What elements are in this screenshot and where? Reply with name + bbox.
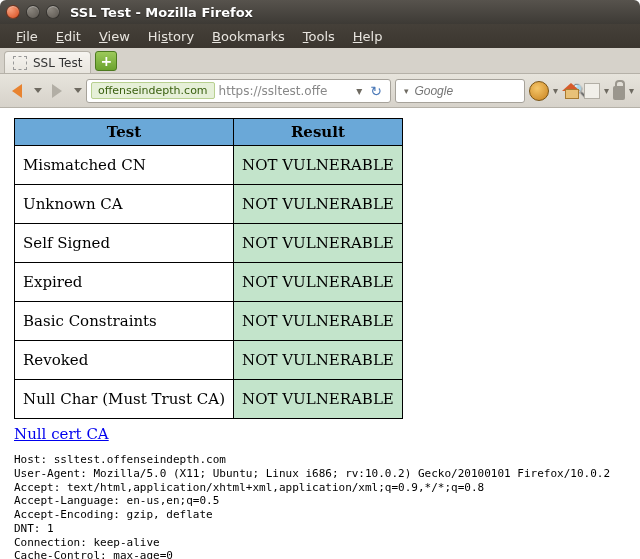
tab-strip: SSL Test + — [0, 48, 640, 74]
back-history-dropdown[interactable] — [34, 88, 42, 93]
cell-result: NOT VULNERABLE — [234, 146, 403, 185]
cell-test: Null Char (Must Trust CA) — [15, 380, 234, 419]
lock-icon[interactable] — [613, 86, 625, 100]
cell-result: NOT VULNERABLE — [234, 185, 403, 224]
cell-test: Basic Constraints — [15, 302, 234, 341]
table-row: Unknown CANOT VULNERABLE — [15, 185, 403, 224]
menu-edit[interactable]: Edit — [48, 27, 89, 46]
table-row: RevokedNOT VULNERABLE — [15, 341, 403, 380]
window-minimize-button[interactable] — [26, 5, 40, 19]
cell-result: NOT VULNERABLE — [234, 341, 403, 380]
arrow-right-icon — [52, 84, 62, 98]
table-row: Null Char (Must Trust CA)NOT VULNERABLE — [15, 380, 403, 419]
url-text: https://ssltest.offe — [219, 84, 353, 98]
new-tab-button[interactable]: + — [95, 51, 117, 71]
tab-ssl-test[interactable]: SSL Test — [4, 51, 91, 73]
table-row: Mismatched CNNOT VULNERABLE — [15, 146, 403, 185]
ssl-results-table: Test Result Mismatched CNNOT VULNERABLEU… — [14, 118, 403, 419]
menu-help[interactable]: Help — [345, 27, 391, 46]
forward-history-dropdown[interactable] — [74, 88, 82, 93]
window-titlebar: SSL Test - Mozilla Firefox — [0, 0, 640, 24]
window-maximize-button[interactable] — [46, 5, 60, 19]
cell-result: NOT VULNERABLE — [234, 380, 403, 419]
navigation-toolbar: offenseindepth.com https://ssltest.offe … — [0, 74, 640, 108]
favicon-icon — [13, 56, 27, 70]
window-title: SSL Test - Mozilla Firefox — [70, 5, 253, 20]
menu-bar: File Edit View History Bookmarks Tools H… — [0, 24, 640, 48]
cell-test: Expired — [15, 263, 234, 302]
cell-result: NOT VULNERABLE — [234, 263, 403, 302]
arrow-left-icon — [12, 84, 22, 98]
page-content: Test Result Mismatched CNNOT VULNERABLEU… — [0, 108, 640, 559]
greasemonkey-dropdown[interactable]: ▾ — [553, 85, 558, 96]
cell-test: Mismatched CN — [15, 146, 234, 185]
menu-tools[interactable]: Tools — [295, 27, 343, 46]
col-header-result: Result — [234, 119, 403, 146]
menu-view[interactable]: View — [91, 27, 138, 46]
toolbar-extra-button[interactable] — [584, 83, 600, 99]
cell-test: Self Signed — [15, 224, 234, 263]
table-row: ExpiredNOT VULNERABLE — [15, 263, 403, 302]
back-button[interactable] — [6, 80, 28, 102]
table-row: Self SignedNOT VULNERABLE — [15, 224, 403, 263]
tab-label: SSL Test — [33, 56, 82, 70]
toolbar-extra-dropdown[interactable]: ▾ — [604, 85, 609, 96]
cell-result: NOT VULNERABLE — [234, 302, 403, 341]
forward-button[interactable] — [46, 80, 68, 102]
url-bar[interactable]: offenseindepth.com https://ssltest.offe … — [86, 79, 391, 103]
url-dropdown[interactable]: ▾ — [356, 84, 362, 98]
cell-result: NOT VULNERABLE — [234, 224, 403, 263]
reload-button[interactable]: ↻ — [366, 83, 386, 99]
search-bar[interactable]: ▾ 🔍 — [395, 79, 525, 103]
menu-history[interactable]: History — [140, 27, 202, 46]
home-button[interactable] — [562, 83, 580, 99]
menu-file[interactable]: File — [8, 27, 46, 46]
lock-dropdown[interactable]: ▾ — [629, 85, 634, 96]
cell-test: Unknown CA — [15, 185, 234, 224]
search-engine-dropdown[interactable]: ▾ — [404, 86, 409, 96]
site-identity-button[interactable]: offenseindepth.com — [91, 82, 215, 99]
cell-test: Revoked — [15, 341, 234, 380]
table-row: Basic ConstraintsNOT VULNERABLE — [15, 302, 403, 341]
null-cert-ca-link[interactable]: Null cert CA — [14, 425, 109, 443]
greasemonkey-icon[interactable] — [529, 81, 549, 101]
menu-bookmarks[interactable]: Bookmarks — [204, 27, 293, 46]
col-header-test: Test — [15, 119, 234, 146]
window-close-button[interactable] — [6, 5, 20, 19]
request-headers-block: Host: ssltest.offenseindepth.com User-Ag… — [14, 453, 626, 559]
